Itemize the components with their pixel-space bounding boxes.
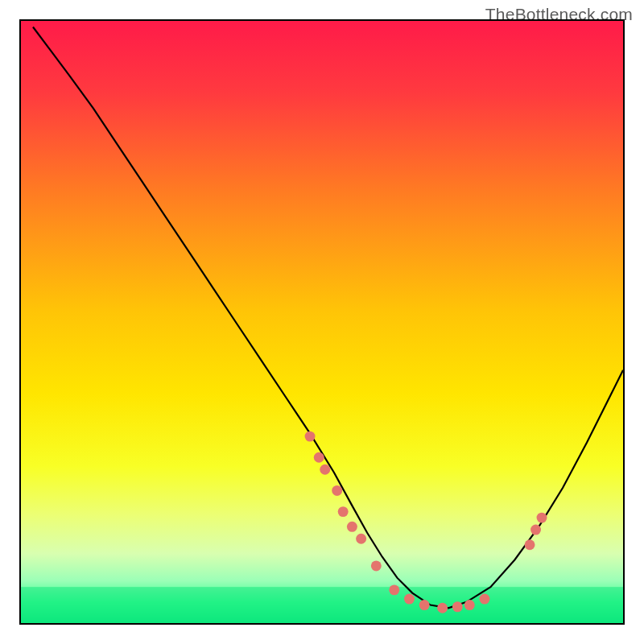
data-point: [525, 539, 535, 550]
data-point: [356, 534, 366, 544]
data-point: [305, 431, 316, 442]
data-point: [437, 603, 448, 613]
data-point: [320, 464, 330, 475]
chart-plot-area: [19, 19, 625, 625]
data-point: [464, 600, 475, 610]
data-point: [347, 522, 357, 532]
data-point: [371, 560, 382, 571]
data-point: [314, 452, 324, 463]
chart-stage: TheBottleneck.com: [0, 0, 644, 644]
data-point: [452, 601, 463, 612]
data-point: [530, 525, 541, 535]
data-point: [479, 594, 489, 605]
data-point: [338, 506, 349, 517]
data-point: [404, 594, 415, 605]
svg-rect-0: [21, 587, 623, 623]
data-point: [419, 600, 430, 610]
data-point: [389, 584, 399, 595]
green-safe-band: [21, 587, 623, 623]
chart-svg: [21, 21, 623, 623]
data-point: [537, 513, 547, 523]
data-point: [332, 485, 342, 496]
